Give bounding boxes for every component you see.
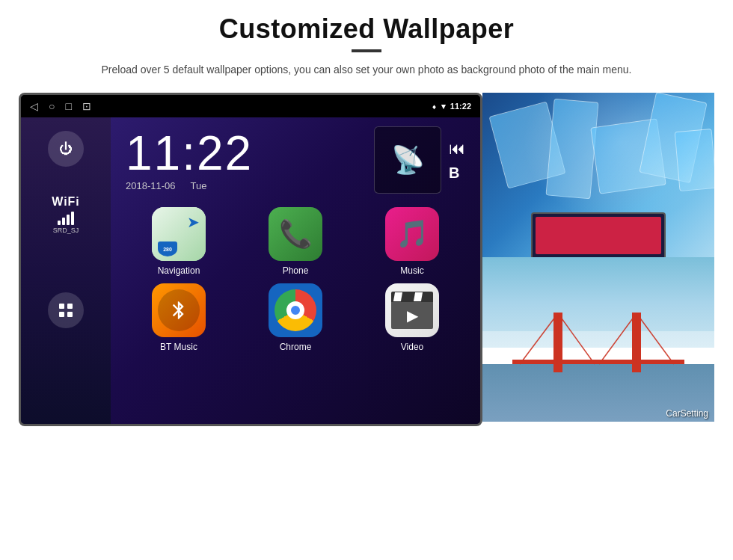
nav-shield-text: 280 — [163, 247, 172, 252]
clapper-top — [391, 292, 433, 302]
chrome-center — [286, 301, 304, 319]
svg-line-4 — [520, 313, 558, 364]
clock-date: 2018-11-06 Tue — [126, 180, 253, 191]
status-bar: ◁ ○ □ ⊡ ⬧ ▾ 11:22 — [21, 95, 480, 117]
wifi-bar-1 — [58, 221, 61, 225]
svg-rect-1 — [67, 304, 73, 309]
wallpaper-previews: CarSetting — [482, 93, 714, 422]
chrome-ring — [275, 289, 316, 331]
clock-section: 11:22 2018-11-06 Tue 📡 ⏮ — [126, 126, 465, 194]
app-music[interactable]: 🎵 Music — [359, 207, 465, 276]
navigation-icon: 280 ➤ — [152, 207, 206, 261]
clock-date-value: 2018-11-06 — [126, 180, 176, 191]
page-container: Customized Wallpaper Preload over 5 defa… — [0, 0, 733, 560]
next-label: B — [449, 164, 465, 182]
btmusic-icon — [152, 283, 206, 337]
prev-track-button[interactable]: ⏮ — [449, 139, 465, 159]
clapper-stripe-3 — [414, 292, 423, 301]
nav-arrow-icon: ➤ — [187, 213, 200, 231]
device-sidebar: ⏻ WiFi SRD_SJ — [21, 117, 111, 424]
clapper-stripe-2 — [403, 292, 412, 301]
video-clapper: ▶ — [391, 292, 433, 329]
media-controls: ⏮ B — [449, 139, 465, 182]
app-navigation[interactable]: 280 ➤ Navigation — [126, 207, 232, 276]
phone-label: Phone — [283, 265, 309, 276]
bluetooth-icon — [168, 300, 189, 321]
page-title: Customized Wallpaper — [219, 13, 515, 45]
power-button[interactable]: ⏻ — [48, 131, 84, 167]
home-nav-icon[interactable]: ○ — [49, 100, 55, 112]
video-icon: ▶ — [385, 283, 439, 337]
svg-rect-2 — [59, 312, 64, 317]
svg-line-7 — [599, 313, 637, 364]
ssid-label: SRD_SJ — [53, 227, 79, 234]
partial-device — [531, 212, 666, 257]
chrome-label: Chrome — [280, 342, 312, 352]
screen-body: ⏻ WiFi SRD_SJ — [21, 117, 480, 424]
app-phone[interactable]: 📞 Phone — [242, 207, 349, 276]
clapper-stripe-1 — [393, 292, 402, 301]
phone-symbol: 📞 — [279, 218, 313, 250]
wifi-section: WiFi SRD_SJ — [52, 195, 80, 234]
recents-nav-icon[interactable]: □ — [65, 100, 71, 112]
clock-time: 11:22 — [126, 129, 253, 177]
app-grid: 280 ➤ Navigation 📞 Phone — [126, 207, 465, 352]
svg-line-5 — [557, 313, 558, 364]
wifi-bars — [58, 212, 74, 225]
chrome-icon — [269, 283, 322, 337]
phone-icon: 📞 — [269, 207, 322, 261]
carsetting-label: CarSetting — [666, 408, 708, 419]
play-icon: ▶ — [407, 307, 418, 324]
svg-line-9 — [637, 313, 674, 364]
btmusic-label: BT Music — [160, 342, 197, 352]
title-divider — [352, 49, 381, 52]
screen-main: 11:22 2018-11-06 Tue 📡 ⏮ — [111, 117, 480, 424]
content-row: ◁ ○ □ ⊡ ⬧ ▾ 11:22 ⏻ — [30, 93, 703, 426]
ice-block-5 — [675, 129, 714, 191]
wifi-bar-3 — [67, 215, 70, 225]
svg-rect-0 — [59, 304, 64, 309]
media-icon-box: 📡 — [374, 126, 441, 194]
music-label: Music — [400, 265, 423, 276]
app-video[interactable]: ▶ Video — [359, 283, 465, 352]
wallpaper-bridge[interactable]: CarSetting — [482, 257, 714, 422]
screenshot-nav-icon[interactable]: ⊡ — [82, 100, 91, 112]
app-chrome[interactable]: Chrome — [242, 283, 349, 352]
app-btmusic[interactable]: BT Music — [126, 283, 232, 352]
status-time: 11:22 — [450, 102, 471, 111]
clock-day-value: Tue — [191, 180, 207, 191]
wifi-bar-4 — [71, 212, 74, 225]
svg-rect-3 — [67, 312, 73, 317]
apps-grid-icon — [57, 301, 75, 319]
location-icon: ⬧ — [432, 102, 437, 111]
back-nav-icon[interactable]: ◁ — [30, 100, 38, 112]
wifi-label: WiFi — [52, 195, 80, 209]
music-symbol: 🎵 — [396, 218, 429, 250]
wifi-bar-2 — [62, 218, 65, 225]
ice-block-2 — [545, 99, 598, 200]
music-icon: 🎵 — [385, 207, 439, 261]
antenna-icon: 📡 — [391, 144, 425, 176]
bluetooth-symbol — [158, 289, 200, 331]
apps-button[interactable] — [48, 292, 84, 328]
page-description: Preload over 5 default wallpaper options… — [101, 61, 631, 78]
clock-right: 📡 ⏮ B — [374, 126, 465, 194]
status-bar-left: ◁ ○ □ ⊡ — [30, 100, 91, 112]
wallpaper-ice[interactable] — [482, 93, 714, 257]
clapper-stripe-4 — [423, 292, 432, 301]
wifi-status-icon: ▾ — [441, 102, 446, 111]
bridge-scene — [482, 257, 714, 422]
bridge-cables-svg — [482, 257, 714, 422]
navigation-label: Navigation — [158, 265, 200, 276]
svg-line-6 — [558, 313, 595, 364]
partial-screen — [536, 217, 661, 254]
status-bar-right: ⬧ ▾ 11:22 — [432, 102, 471, 111]
device-mockup: ◁ ○ □ ⊡ ⬧ ▾ 11:22 ⏻ — [19, 93, 482, 426]
clock-left: 11:22 2018-11-06 Tue — [126, 129, 253, 191]
power-icon: ⏻ — [59, 141, 73, 157]
clapper-body: ▶ — [391, 302, 433, 329]
video-label: Video — [401, 342, 423, 352]
